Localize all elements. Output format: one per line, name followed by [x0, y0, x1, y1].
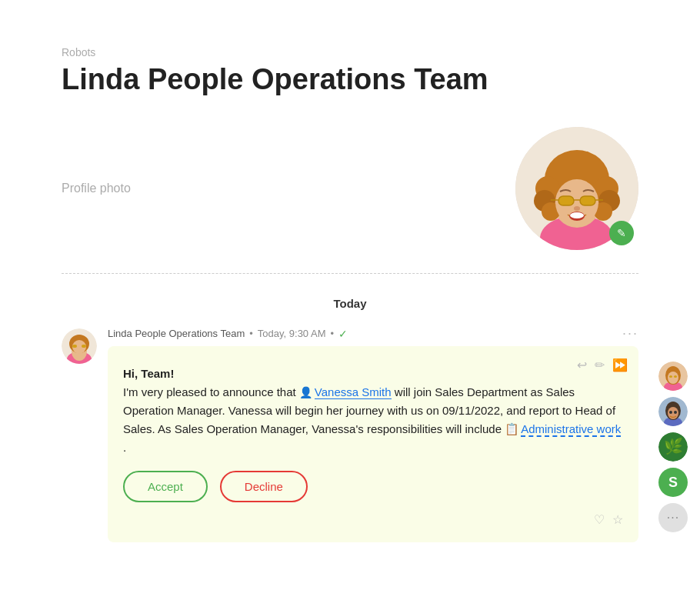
message-body-before: I'm very pleased to announce that [123, 385, 296, 398]
avatar-edit-button[interactable]: ✎ [609, 221, 634, 245]
message-more-button[interactable]: ··· [622, 325, 638, 342]
user-mention-icon: 👤 [299, 386, 312, 398]
vanessa-smith-link[interactable]: Vanessa Smith [315, 385, 392, 399]
reply-icon[interactable]: ↩ [577, 355, 587, 375]
sidebar-avatar-s[interactable]: S [658, 468, 688, 497]
right-sidebar: 🌿 S ··· [658, 362, 688, 532]
message-text: Hi, Team! I'm very pleased to announce t… [123, 365, 623, 457]
svg-point-38 [674, 411, 677, 414]
forward-icon[interactable]: ⏩ [612, 355, 628, 375]
message-dot: • [249, 328, 253, 339]
sidebar-avatar-1[interactable] [658, 362, 688, 391]
sidebar-avatar-3[interactable]: 🌿 [658, 432, 688, 462]
action-buttons: Accept Decline [123, 471, 623, 502]
heart-icon[interactable]: ♡ [594, 510, 605, 530]
decline-button[interactable]: Decline [220, 471, 308, 502]
message-status-icon: ✓ [338, 328, 348, 340]
message-timestamp: Today, 9:30 AM [258, 328, 326, 339]
message-meta: Linda People Operations Team • Today, 9:… [108, 325, 638, 342]
message-footer: ♡ ☆ [123, 510, 623, 530]
svg-point-30 [668, 372, 678, 384]
svg-rect-26 [82, 345, 86, 348]
document-icon: 📋 [505, 422, 519, 435]
star-icon[interactable]: ☆ [612, 510, 623, 530]
page-title: Linda People Operations Team [62, 63, 638, 96]
accept-button[interactable]: Accept [123, 471, 208, 502]
message-sender: Linda People Operations Team [108, 328, 245, 339]
message-bubble: ↩ ✏ ⏩ Hi, Team! I'm very pleased to anno… [108, 346, 638, 542]
svg-point-18 [570, 212, 584, 218]
svg-rect-12 [558, 196, 574, 205]
svg-point-37 [669, 411, 672, 414]
sidebar-avatar-more[interactable]: ··· [658, 503, 688, 532]
svg-rect-25 [72, 345, 77, 348]
message-row: Linda People Operations Team • Today, 9:… [62, 325, 638, 542]
message-wrapper: Linda People Operations Team • Today, 9:… [108, 325, 638, 542]
profile-avatar-wrapper: ✎ [515, 127, 638, 250]
sidebar-avatar-2[interactable] [658, 397, 688, 426]
message-dot2: • [331, 328, 335, 339]
date-separator: Today [62, 297, 638, 310]
message-greeting: Hi, Team! [123, 367, 174, 380]
svg-rect-32 [674, 375, 677, 378]
edit-message-icon[interactable]: ✏ [595, 355, 605, 375]
breadcrumb: Robots [62, 46, 638, 58]
message-actions: ↩ ✏ ⏩ [577, 355, 628, 375]
edit-icon: ✎ [617, 227, 626, 239]
message-avatar [62, 328, 97, 364]
message-body-end: . [123, 441, 126, 454]
profile-photo-label: Profile photo [62, 182, 131, 195]
svg-rect-31 [669, 375, 672, 378]
administrative-work-link[interactable]: Administrative work [521, 422, 621, 437]
svg-text:🌿: 🌿 [664, 437, 683, 455]
svg-point-19 [574, 206, 580, 211]
svg-rect-13 [580, 196, 595, 205]
